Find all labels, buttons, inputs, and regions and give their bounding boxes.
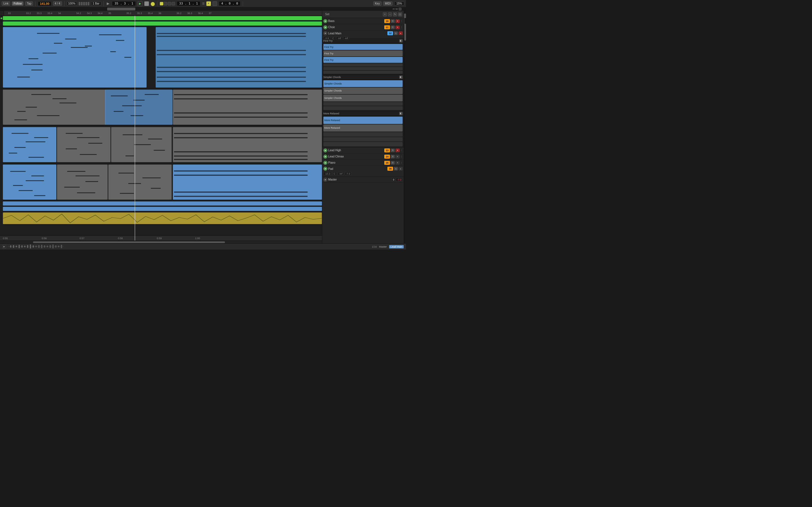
- bottom-play-btn[interactable]: ▶: [2, 245, 6, 249]
- metro-icon[interactable]: [172, 2, 175, 5]
- track-entry-piano[interactable]: ▶ Piano 15 S ● ⋮: [322, 160, 404, 166]
- tap-button[interactable]: Tap: [25, 1, 33, 6]
- lead-climax-r-btn[interactable]: ●: [396, 155, 400, 158]
- lead-climax-play-btn[interactable]: ▶: [323, 155, 327, 159]
- relaxed-clip-2[interactable]: [57, 165, 108, 200]
- first-try-slot-1[interactable]: First Try: [323, 44, 403, 50]
- simpler-slot-1[interactable]: Simpler Chords: [323, 80, 403, 87]
- lead-climax-expand-icon[interactable]: ⋮: [400, 155, 403, 158]
- loop-end-display[interactable]: 4 . 0 . 0: [219, 1, 241, 6]
- master-db[interactable]: -7.0: [396, 178, 403, 181]
- key-button[interactable]: Key: [373, 1, 382, 6]
- pad-vol[interactable]: -10.3: [323, 172, 332, 175]
- first-try-slot-6[interactable]: [323, 71, 403, 74]
- bass-clip[interactable]: [3, 16, 322, 20]
- click-icon[interactable]: [168, 2, 171, 5]
- first-try-slot-3[interactable]: First Try: [323, 57, 403, 63]
- lead-high-clip[interactable]: [3, 202, 322, 206]
- edit-icon[interactable]: ✎: [393, 12, 397, 16]
- choir-clip[interactable]: [3, 21, 322, 25]
- minus-icon[interactable]: −: [388, 12, 392, 16]
- relaxed-slot-5[interactable]: [323, 142, 403, 147]
- follow-button[interactable]: Follow: [12, 1, 23, 6]
- piano-s-btn[interactable]: S: [391, 161, 395, 165]
- piano-r-btn[interactable]: ●: [396, 161, 400, 165]
- more-relaxed-collapse-icon[interactable]: ◧: [399, 112, 403, 115]
- simpler-collapse-icon[interactable]: ◧: [399, 75, 403, 79]
- simpler-clip-2[interactable]: [57, 127, 110, 162]
- choir-track-num[interactable]: 11: [384, 25, 390, 29]
- relaxed-slot-3[interactable]: [323, 132, 403, 136]
- first-try-clip-1[interactable]: [3, 90, 106, 125]
- master-play-btn[interactable]: ▶: [323, 178, 327, 182]
- record-button[interactable]: ⬤: [151, 1, 155, 6]
- choir-s-btn[interactable]: S: [391, 25, 395, 29]
- lead-high-expand-icon[interactable]: ⋮: [400, 149, 403, 152]
- arrow-left-icon[interactable]: ►: [106, 1, 110, 6]
- track-entry-pad[interactable]: ▶ Pad 16 S ● -10.3 C -inf -7.0: [322, 166, 404, 177]
- time-sig[interactable]: 4 / 4: [53, 1, 62, 6]
- follow-icon[interactable]: F: [206, 1, 211, 6]
- lead-high-track-num[interactable]: 13: [384, 149, 390, 152]
- bass-track-num[interactable]: 10: [384, 19, 390, 23]
- first-try-clip-2[interactable]: [105, 90, 172, 125]
- collapse-icon[interactable]: [399, 8, 402, 10]
- pad-track-num[interactable]: 16: [388, 167, 393, 171]
- simpler-slot-2[interactable]: Simpler Chords: [323, 88, 403, 94]
- first-try-slot-4[interactable]: [323, 63, 403, 66]
- choir-r-btn[interactable]: ●: [396, 25, 400, 29]
- pad-key[interactable]: C: [333, 172, 337, 175]
- relaxed-clip-1[interactable]: [3, 165, 56, 200]
- link-button[interactable]: Link: [2, 1, 10, 6]
- lead-main-track-num[interactable]: 12: [388, 31, 393, 35]
- piano-track-num[interactable]: 15: [384, 161, 390, 165]
- relaxed-slot-2[interactable]: More Relaxed: [323, 124, 403, 132]
- simpler-slot-4[interactable]: [323, 102, 403, 106]
- loop2-icon[interactable]: [213, 1, 217, 6]
- pad-r-btn[interactable]: ●: [399, 167, 403, 170]
- tracks-area[interactable]: 0:55 0:56 0:57 0:58 0:59 1:00: [0, 16, 322, 240]
- lead-high-r-btn[interactable]: ●: [396, 149, 400, 152]
- track-entry-choir[interactable]: ▶ Choir 11 S ● ⋮: [322, 24, 404, 31]
- piano-expand-icon[interactable]: ⋮: [400, 161, 403, 164]
- zoom-display[interactable]: 100%: [67, 1, 77, 6]
- bass-play-btn[interactable]: ▶: [323, 19, 327, 23]
- camera-icon[interactable]: ⊡: [398, 12, 402, 16]
- stop-button[interactable]: [144, 1, 149, 6]
- track-entry-lead-high[interactable]: ▶ Lead High 13 S ● ⋮: [322, 147, 404, 154]
- simpler-slot-5[interactable]: [323, 106, 403, 110]
- midi-button[interactable]: MIDI: [383, 1, 393, 6]
- relaxed-slot-1[interactable]: More Relaxed: [323, 117, 403, 124]
- lead-main-r-btn[interactable]: ●: [399, 32, 403, 35]
- tempo-display[interactable]: 141.00: [38, 1, 51, 6]
- bass-r-btn[interactable]: ●: [396, 19, 400, 23]
- simpler-slot-3[interactable]: Simpler Chords: [323, 95, 403, 101]
- lead-main-play-btn[interactable]: ▶: [323, 31, 327, 35]
- lead-high-play-btn[interactable]: ▶: [323, 149, 327, 152]
- track-entry-master[interactable]: ▶ Master 0 -7.0: [322, 177, 404, 183]
- piano-play-btn[interactable]: ▶: [323, 161, 327, 165]
- bass-s-btn[interactable]: S: [391, 19, 395, 23]
- first-try-clip-3[interactable]: [173, 90, 322, 125]
- relaxed-clip-4[interactable]: [173, 165, 322, 200]
- lead-main-clip-2[interactable]: [156, 27, 322, 88]
- master-vol[interactable]: 0: [392, 178, 395, 181]
- pad-inf2[interactable]: -7.0: [345, 172, 352, 175]
- pad-s-btn[interactable]: S: [394, 167, 398, 170]
- track-entry-lead-main[interactable]: ▶ Lead Main 12 S ● -3.9 C -inf -inf: [322, 31, 404, 38]
- lead-climax-track-num[interactable]: 14: [384, 155, 390, 159]
- h-scroll-thumb[interactable]: [33, 241, 225, 243]
- lead-climax-clip[interactable]: [3, 207, 322, 211]
- first-try-collapse-icon[interactable]: ◧: [399, 39, 403, 43]
- h-scrollbar[interactable]: [0, 240, 322, 243]
- loop-options-icon[interactable]: ☰: [202, 2, 205, 5]
- pad-piano-clip[interactable]: [3, 212, 322, 224]
- loop-region[interactable]: [107, 8, 135, 10]
- first-try-slot-2[interactable]: First Try: [323, 50, 403, 56]
- loop-icon[interactable]: [160, 2, 163, 5]
- lead-main-clip-1[interactable]: [3, 27, 147, 88]
- choir-play-btn[interactable]: ▶: [323, 25, 327, 29]
- loop-display[interactable]: 33 . 1 . 1: [177, 1, 200, 6]
- choir-expand-icon[interactable]: ⋮: [400, 26, 403, 29]
- quantize-display[interactable]: 1 Bar: [91, 1, 101, 6]
